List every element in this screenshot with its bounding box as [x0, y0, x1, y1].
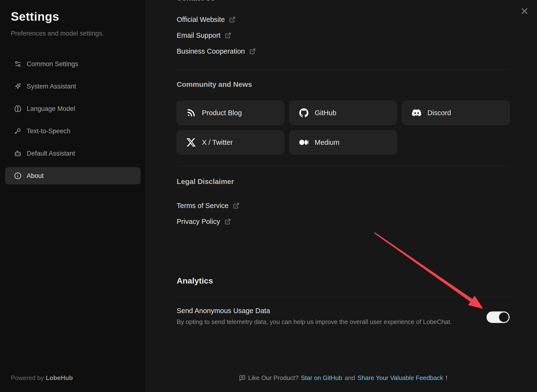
powered-by: Powered byLobeHub: [11, 374, 73, 382]
sidebar-item-label: System Assistant: [27, 83, 76, 90]
sidebar-item-label: Common Settings: [27, 60, 78, 68]
section-divider: [177, 297, 510, 297]
discord-icon: [412, 108, 421, 117]
close-icon: [520, 6, 529, 17]
legal-disclaimer-heading: Legal Disclaimer: [177, 177, 510, 186]
product-blog-button[interactable]: Product Blog: [177, 101, 284, 125]
external-link-icon: [225, 218, 231, 225]
external-link-icon: [233, 202, 239, 209]
contact-us-heading: Contact Us: [177, 0, 510, 2]
about-settings-panel: Contact Us Official Website Email Suppor…: [177, 0, 510, 325]
sidebar-item-label: About: [27, 172, 44, 180]
sparkles-icon: [14, 83, 21, 90]
community-heading: Community and News: [177, 80, 510, 89]
sidebar-item-language-model[interactable]: Language Model: [5, 100, 141, 117]
footer-suffix: !: [446, 374, 447, 382]
link-label: Business Cooperation: [177, 47, 245, 55]
github-button[interactable]: GitHub: [289, 101, 397, 125]
usage-data-setting-row: Send Anonymous Usage Data By opting to s…: [177, 307, 510, 325]
button-label: GitHub: [315, 109, 336, 117]
link-label: Email Support: [177, 32, 220, 39]
mic-icon: [14, 127, 21, 135]
page-subtitle: Preferences and model settings.: [11, 30, 141, 37]
page-title: Settings: [11, 10, 141, 24]
message-heart-icon: [239, 375, 246, 381]
settings-nav: Common Settings System Assistant Languag…: [5, 55, 141, 184]
terms-of-service-link[interactable]: Terms of Service: [177, 198, 510, 214]
external-link-icon: [225, 32, 231, 39]
bot-icon: [14, 150, 21, 157]
sidebar-item-about[interactable]: About: [5, 167, 141, 184]
button-label: Product Blog: [202, 109, 242, 117]
usage-data-toggle[interactable]: [487, 311, 510, 323]
section-divider: [177, 69, 510, 70]
sidebar-item-common-settings[interactable]: Common Settings: [5, 55, 141, 73]
community-buttons: Product Blog GitHub Discord X / Twitter …: [177, 101, 510, 154]
sliders-icon: [14, 60, 21, 68]
powered-by-text: Powered by: [11, 374, 44, 381]
lobehub-brand[interactable]: LobeHub: [46, 374, 73, 381]
email-support-link[interactable]: Email Support: [177, 27, 510, 43]
brain-icon: [14, 105, 21, 112]
usage-data-description: By opting to send telemetry data, you ca…: [177, 318, 510, 325]
star-on-github-link[interactable]: Star on GitHub: [301, 374, 342, 382]
official-website-link[interactable]: Official Website: [177, 12, 510, 27]
medium-button[interactable]: Medium: [289, 130, 397, 154]
business-cooperation-link[interactable]: Business Cooperation: [177, 43, 510, 59]
footer-middle: and: [345, 374, 355, 382]
contact-links: Official Website Email Support Business …: [177, 12, 510, 59]
sidebar-item-default-assistant[interactable]: Default Assistant: [5, 145, 141, 162]
x-twitter-button[interactable]: X / Twitter: [177, 130, 284, 154]
link-label: Privacy Policy: [177, 218, 220, 226]
toggle-knob: [499, 312, 509, 322]
usage-data-label: Send Anonymous Usage Data: [177, 307, 510, 315]
sidebar-item-system-assistant[interactable]: System Assistant: [5, 78, 141, 95]
rss-icon: [187, 108, 196, 117]
sidebar-item-label: Default Assistant: [27, 150, 75, 157]
button-label: Discord: [427, 109, 451, 117]
link-label: Official Website: [177, 16, 225, 24]
sidebar-item-label: Language Model: [27, 105, 75, 113]
analytics-heading: Analytics: [177, 276, 510, 285]
github-icon: [299, 108, 308, 117]
close-button[interactable]: [518, 5, 531, 18]
x-icon: [187, 138, 196, 147]
section-divider: [177, 166, 510, 166]
link-label: Terms of Service: [177, 202, 229, 210]
settings-sidebar: Settings Preferences and model settings.…: [0, 0, 146, 392]
footer-prefix: Like Our Product?: [248, 374, 299, 382]
privacy-policy-link[interactable]: Privacy Policy: [177, 214, 510, 229]
external-link-icon: [229, 16, 236, 23]
sidebar-item-text-to-speech[interactable]: Text-to-Speech: [5, 122, 141, 140]
button-label: Medium: [315, 139, 339, 146]
feedback-footer: Like Our Product? Star on GitHub and Sha…: [177, 374, 510, 382]
discord-button[interactable]: Discord: [402, 101, 510, 125]
medium-icon: [299, 138, 308, 147]
share-feedback-link[interactable]: Share Your Valuable Feedback: [357, 374, 443, 382]
info-icon: [14, 172, 21, 179]
button-label: X / Twitter: [202, 139, 233, 146]
legal-links: Terms of Service Privacy Policy: [177, 198, 510, 229]
external-link-icon: [249, 48, 256, 55]
sidebar-item-label: Text-to-Speech: [27, 127, 70, 135]
